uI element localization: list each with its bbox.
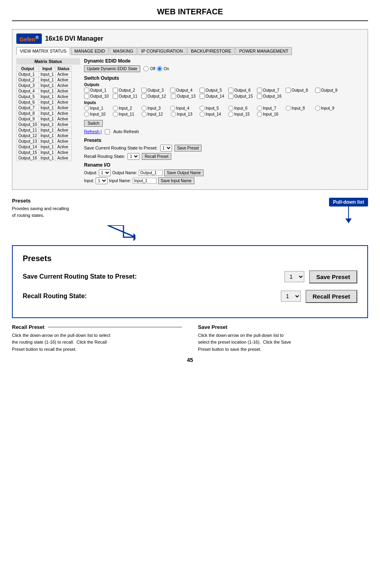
presets-small-title: Presets (84, 138, 364, 143)
output-name-input[interactable] (139, 170, 163, 176)
recall-big-select[interactable]: 123 (281, 291, 301, 302)
output-checkbox-item: Output_1 (84, 88, 112, 93)
input-name-input[interactable] (133, 178, 157, 184)
tab-backup-restore[interactable]: BACKUP/RESTORE (187, 47, 235, 55)
save-note: Save Preset Click the down-arrow on the … (190, 324, 368, 353)
preset-recall-row: Recall Routing State: 123 Recall Preset (84, 153, 364, 160)
recall-big-row: Recall Routing State: 123 Recall Preset (23, 290, 357, 303)
switch-button[interactable]: Switch (84, 120, 103, 127)
bottom-annotations: Recall Preset Click the down-arrow on th… (12, 324, 368, 353)
input-radio-Input_3[interactable] (141, 106, 147, 111)
output-checkbox-Output_9[interactable] (315, 88, 320, 93)
table-row: Output_3Input_1Active (17, 83, 72, 88)
col-input: Input (39, 66, 55, 71)
output-checkbox-Output_5[interactable] (200, 88, 205, 93)
input-radio-Input_8[interactable] (286, 106, 291, 111)
output-checkbox-Output_15[interactable] (228, 94, 233, 99)
tab-masking[interactable]: MASKING (110, 47, 137, 55)
output-checkbox-Output_6[interactable] (228, 88, 233, 93)
off-on-group: Off On (143, 66, 169, 71)
recall-note-text: Click the down-arrow on the pull-down li… (12, 332, 182, 353)
input-select[interactable]: 1 (96, 177, 108, 184)
input-radio-item: Input_13 (171, 112, 199, 117)
output-checkbox-item: Output_4 (170, 88, 198, 93)
rename-io-section: Rename I/O Output: 1 Output Name: Save O… (84, 162, 364, 184)
input-radio-Input_12[interactable] (141, 112, 147, 117)
output-checkbox-Output_14[interactable] (200, 94, 205, 99)
nav-tabs: VIEW MATRIX STATUS MANAGE EDID MASKING I… (16, 47, 364, 55)
output-checkbox-Output_3[interactable] (141, 88, 147, 93)
input-radio-Input_10[interactable] (84, 112, 89, 117)
output-checkbox-Output_7[interactable] (257, 88, 262, 93)
output-checkbox-Output_13[interactable] (171, 94, 176, 99)
output-checkbox-Output_10[interactable] (84, 94, 89, 99)
output-checkbox-item: Output_9 (315, 88, 343, 93)
input-radio-Input_4[interactable] (170, 106, 175, 111)
table-row: Output_6Input_1Active (17, 99, 72, 105)
content-area: Matrix Status Output Input Status Output… (16, 58, 364, 185)
save-big-button[interactable]: Save Preset (309, 270, 357, 283)
tab-ip-configuration[interactable]: IP CONFIGURATION (137, 47, 186, 55)
tab-manage-edid[interactable]: MANAGE EDID (71, 47, 109, 55)
input-radio-item: Input_3 (141, 106, 169, 111)
input-radio-Input_13[interactable] (171, 112, 176, 117)
edid-off-radio[interactable] (143, 66, 149, 71)
save-big-select[interactable]: 123 (284, 271, 304, 282)
dynamic-edid-title: Dynamic EDID Mode (84, 58, 364, 64)
table-row: Output_15Input_1Active (17, 149, 72, 155)
output-checkbox-item: Output_2 (113, 88, 141, 93)
input-radio-Input_9[interactable] (315, 106, 320, 111)
input-radio-Input_15[interactable] (228, 112, 233, 117)
output-checkbox-Output_4[interactable] (170, 88, 175, 93)
output-checkbox-Output_2[interactable] (113, 88, 118, 93)
input-radio-Input_6[interactable] (228, 106, 233, 111)
presets-annotation-title: Presets (12, 198, 128, 204)
output-checkbox-item: Output_5 (200, 88, 227, 93)
presets-annotation-text: Provides saving and recallingof routing … (12, 205, 128, 219)
update-edid-button[interactable]: Update Dynamic EDID State (84, 65, 140, 72)
presets-big-title: Presets (23, 254, 357, 263)
recall-preset-button[interactable]: Recall Preset (142, 153, 171, 160)
input-radio-Input_7[interactable] (257, 106, 262, 111)
table-row: Output_14Input_1Active (17, 144, 72, 149)
output-checkbox-Output_11[interactable] (113, 94, 118, 99)
save-preset-button[interactable]: Save Preset (174, 145, 202, 151)
tab-view-matrix-status[interactable]: VIEW MATRIX STATUS (16, 47, 70, 55)
save-preset-select[interactable]: 123 (160, 145, 172, 151)
rename-output-row: Output: 1 Output Name: Save Output Name (84, 169, 364, 176)
output-checkbox-Output_12[interactable] (141, 94, 147, 99)
tab-power-management[interactable]: POWER MANAGEMENT (235, 47, 292, 55)
edid-on-radio[interactable] (157, 66, 162, 71)
table-row: Output_11Input_1Active (17, 127, 72, 133)
table-row: Output_10Input_1Active (17, 122, 72, 127)
right-panel: Dynamic EDID Mode Update Dynamic EDID St… (84, 58, 364, 185)
output-checkbox-item: Output_14 (200, 94, 227, 99)
output-checkbox-item: Output_8 (286, 88, 313, 93)
output-name-label: Output Name: (112, 171, 137, 175)
save-input-name-button[interactable]: Save Input Name (158, 177, 194, 184)
output-select[interactable]: 1 (99, 169, 111, 176)
output-checkbox-Output_8[interactable] (286, 88, 291, 93)
input-radio-item: Input_1 (84, 106, 112, 111)
output-checkbox-item: Output_3 (141, 88, 169, 93)
save-output-name-button[interactable]: Save Output Name (164, 169, 204, 176)
input-radio-Input_2[interactable] (113, 106, 118, 111)
output-checkbox-Output_16[interactable] (257, 94, 262, 99)
recall-preset-select[interactable]: 123 (127, 153, 139, 160)
input-radio-Input_5[interactable] (200, 106, 205, 111)
output-checkbox-item: Output_16 (257, 94, 285, 99)
recall-big-button[interactable]: Recall Preset (306, 290, 357, 303)
output-checkbox-Output_1[interactable] (84, 88, 89, 93)
recall-big-label: Recall Routing State: (23, 293, 276, 300)
input-radio-Input_14[interactable] (200, 112, 205, 117)
input-radio-Input_11[interactable] (113, 112, 118, 117)
input-radio-item: Input_7 (257, 106, 285, 111)
input-radio-Input_1[interactable] (84, 106, 89, 111)
blue-arrow-up (104, 225, 368, 241)
save-note-title: Save Preset (198, 324, 227, 330)
auto-refresh-checkbox[interactable] (105, 129, 110, 134)
input-radio-item: Input_9 (315, 106, 343, 111)
input-radio-Input_16[interactable] (257, 112, 262, 117)
refresh-link[interactable]: Refresh | (84, 129, 102, 134)
ui-screenshot: Gefen® 16x16 DVI Manager VIEW MATRIX STA… (12, 29, 368, 190)
